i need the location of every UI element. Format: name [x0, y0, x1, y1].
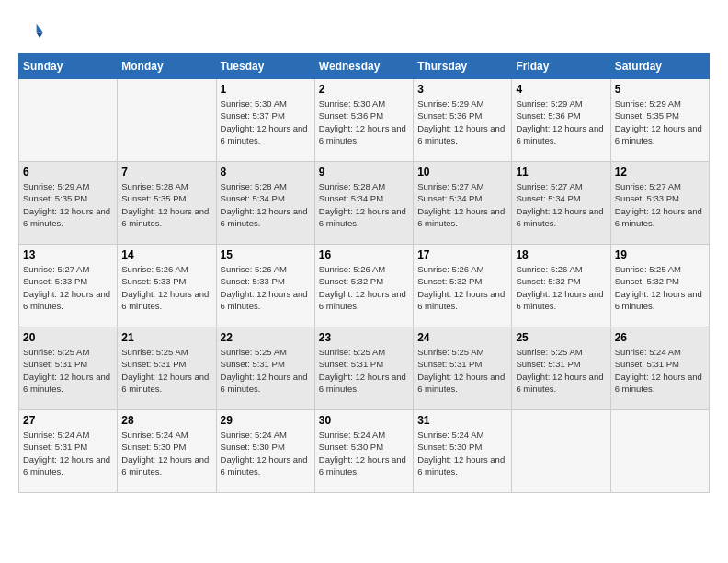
week-row-5: 27Sunrise: 5:24 AMSunset: 5:31 PMDayligh… — [19, 410, 710, 493]
day-info: Sunrise: 5:27 AMSunset: 5:34 PMDaylight:… — [417, 180, 507, 229]
day-number: 30 — [319, 414, 409, 427]
day-info: Sunrise: 5:24 AMSunset: 5:30 PMDaylight:… — [319, 429, 409, 477]
calendar-cell: 4Sunrise: 5:29 AMSunset: 5:36 PMDaylight… — [512, 79, 610, 162]
day-info: Sunrise: 5:28 AMSunset: 5:34 PMDaylight:… — [221, 180, 311, 229]
day-info: Sunrise: 5:24 AMSunset: 5:31 PMDaylight:… — [23, 429, 113, 477]
day-number: 6 — [23, 166, 113, 178]
calendar-cell — [512, 410, 610, 493]
day-number: 2 — [319, 83, 409, 96]
day-info: Sunrise: 5:27 AMSunset: 5:34 PMDaylight:… — [516, 180, 606, 229]
week-row-2: 6Sunrise: 5:29 AMSunset: 5:35 PMDaylight… — [19, 162, 710, 245]
day-header-tuesday: Tuesday — [216, 54, 314, 79]
day-info: Sunrise: 5:25 AMSunset: 5:31 PMDaylight:… — [23, 346, 113, 395]
day-number: 1 — [221, 83, 311, 96]
day-info: Sunrise: 5:24 AMSunset: 5:30 PMDaylight:… — [121, 429, 211, 477]
day-info: Sunrise: 5:29 AMSunset: 5:35 PMDaylight:… — [23, 180, 113, 229]
day-info: Sunrise: 5:25 AMSunset: 5:31 PMDaylight:… — [121, 346, 211, 395]
svg-marker-0 — [37, 24, 43, 33]
calendar-cell: 29Sunrise: 5:24 AMSunset: 5:30 PMDayligh… — [216, 410, 314, 493]
day-number: 22 — [221, 331, 311, 344]
day-number: 11 — [516, 166, 606, 178]
svg-marker-1 — [37, 32, 43, 38]
calendar-cell: 7Sunrise: 5:28 AMSunset: 5:35 PMDaylight… — [118, 162, 216, 245]
day-info: Sunrise: 5:30 AMSunset: 5:36 PMDaylight:… — [319, 98, 409, 146]
day-number: 18 — [516, 248, 606, 261]
day-info: Sunrise: 5:29 AMSunset: 5:35 PMDaylight:… — [615, 98, 705, 146]
calendar-cell: 17Sunrise: 5:26 AMSunset: 5:32 PMDayligh… — [414, 245, 512, 327]
day-number: 3 — [417, 83, 507, 96]
calendar-cell: 31Sunrise: 5:24 AMSunset: 5:30 PMDayligh… — [414, 410, 512, 493]
day-info: Sunrise: 5:30 AMSunset: 5:37 PMDaylight:… — [221, 98, 311, 146]
day-number: 28 — [121, 414, 211, 427]
calendar-cell: 28Sunrise: 5:24 AMSunset: 5:30 PMDayligh… — [118, 410, 216, 493]
day-number: 31 — [417, 414, 507, 427]
day-info: Sunrise: 5:25 AMSunset: 5:31 PMDaylight:… — [516, 346, 606, 395]
day-info: Sunrise: 5:26 AMSunset: 5:33 PMDaylight:… — [121, 263, 211, 312]
day-info: Sunrise: 5:28 AMSunset: 5:35 PMDaylight:… — [121, 180, 211, 229]
day-number: 12 — [615, 166, 705, 178]
day-number: 15 — [221, 248, 311, 261]
calendar-cell: 13Sunrise: 5:27 AMSunset: 5:33 PMDayligh… — [19, 245, 118, 327]
day-info: Sunrise: 5:25 AMSunset: 5:31 PMDaylight:… — [319, 346, 409, 395]
week-row-1: 1Sunrise: 5:30 AMSunset: 5:37 PMDaylight… — [19, 79, 710, 162]
day-info: Sunrise: 5:24 AMSunset: 5:30 PMDaylight:… — [417, 429, 507, 477]
logo — [18, 18, 48, 44]
day-info: Sunrise: 5:27 AMSunset: 5:33 PMDaylight:… — [615, 180, 705, 229]
day-number: 8 — [221, 166, 311, 178]
calendar-cell: 22Sunrise: 5:25 AMSunset: 5:31 PMDayligh… — [216, 327, 314, 410]
day-number: 25 — [516, 331, 606, 344]
day-number: 20 — [23, 331, 113, 344]
week-row-4: 20Sunrise: 5:25 AMSunset: 5:31 PMDayligh… — [19, 327, 710, 410]
calendar-table: SundayMondayTuesdayWednesdayThursdayFrid… — [18, 53, 710, 493]
day-header-wednesday: Wednesday — [314, 54, 413, 79]
day-info: Sunrise: 5:26 AMSunset: 5:32 PMDaylight:… — [319, 263, 409, 312]
calendar-cell: 30Sunrise: 5:24 AMSunset: 5:30 PMDayligh… — [314, 410, 413, 493]
calendar-cell: 20Sunrise: 5:25 AMSunset: 5:31 PMDayligh… — [19, 327, 118, 410]
header-row: SundayMondayTuesdayWednesdayThursdayFrid… — [19, 54, 710, 79]
day-info: Sunrise: 5:26 AMSunset: 5:33 PMDaylight:… — [221, 263, 311, 312]
day-info: Sunrise: 5:28 AMSunset: 5:34 PMDaylight:… — [319, 180, 409, 229]
day-number: 13 — [23, 248, 113, 261]
calendar-cell: 23Sunrise: 5:25 AMSunset: 5:31 PMDayligh… — [314, 327, 413, 410]
calendar-cell: 5Sunrise: 5:29 AMSunset: 5:35 PMDaylight… — [610, 79, 709, 162]
day-header-friday: Friday — [512, 54, 610, 79]
day-header-monday: Monday — [118, 54, 216, 79]
day-info: Sunrise: 5:25 AMSunset: 5:31 PMDaylight:… — [417, 346, 507, 395]
day-header-thursday: Thursday — [414, 54, 512, 79]
day-number: 4 — [516, 83, 606, 96]
day-number: 5 — [615, 83, 705, 96]
day-number: 17 — [417, 248, 507, 261]
day-info: Sunrise: 5:29 AMSunset: 5:36 PMDaylight:… — [516, 98, 606, 146]
calendar-cell: 8Sunrise: 5:28 AMSunset: 5:34 PMDaylight… — [216, 162, 314, 245]
calendar-cell: 19Sunrise: 5:25 AMSunset: 5:32 PMDayligh… — [610, 245, 709, 327]
day-number: 14 — [121, 248, 211, 261]
calendar-cell: 25Sunrise: 5:25 AMSunset: 5:31 PMDayligh… — [512, 327, 610, 410]
calendar-cell — [118, 79, 216, 162]
calendar-cell — [19, 79, 118, 162]
day-number: 7 — [121, 166, 211, 178]
day-number: 21 — [121, 331, 211, 344]
calendar-cell: 3Sunrise: 5:29 AMSunset: 5:36 PMDaylight… — [414, 79, 512, 162]
day-number: 10 — [417, 166, 507, 178]
day-number: 26 — [615, 331, 705, 344]
calendar-cell: 26Sunrise: 5:24 AMSunset: 5:31 PMDayligh… — [610, 327, 709, 410]
calendar-cell: 14Sunrise: 5:26 AMSunset: 5:33 PMDayligh… — [118, 245, 216, 327]
day-info: Sunrise: 5:26 AMSunset: 5:32 PMDaylight:… — [516, 263, 606, 312]
calendar-cell: 21Sunrise: 5:25 AMSunset: 5:31 PMDayligh… — [118, 327, 216, 410]
day-number: 24 — [417, 331, 507, 344]
day-number: 29 — [221, 414, 311, 427]
week-row-3: 13Sunrise: 5:27 AMSunset: 5:33 PMDayligh… — [19, 245, 710, 327]
day-info: Sunrise: 5:25 AMSunset: 5:32 PMDaylight:… — [615, 263, 705, 312]
calendar-cell: 27Sunrise: 5:24 AMSunset: 5:31 PMDayligh… — [19, 410, 118, 493]
calendar-cell: 9Sunrise: 5:28 AMSunset: 5:34 PMDaylight… — [314, 162, 413, 245]
day-number: 16 — [319, 248, 409, 261]
day-info: Sunrise: 5:24 AMSunset: 5:31 PMDaylight:… — [615, 346, 705, 395]
calendar-cell: 1Sunrise: 5:30 AMSunset: 5:37 PMDaylight… — [216, 79, 314, 162]
day-info: Sunrise: 5:26 AMSunset: 5:32 PMDaylight:… — [417, 263, 507, 312]
logo-icon — [18, 18, 44, 44]
day-header-saturday: Saturday — [610, 54, 709, 79]
day-header-sunday: Sunday — [19, 54, 118, 79]
calendar-cell: 16Sunrise: 5:26 AMSunset: 5:32 PMDayligh… — [314, 245, 413, 327]
calendar-cell: 10Sunrise: 5:27 AMSunset: 5:34 PMDayligh… — [414, 162, 512, 245]
header — [18, 18, 710, 44]
